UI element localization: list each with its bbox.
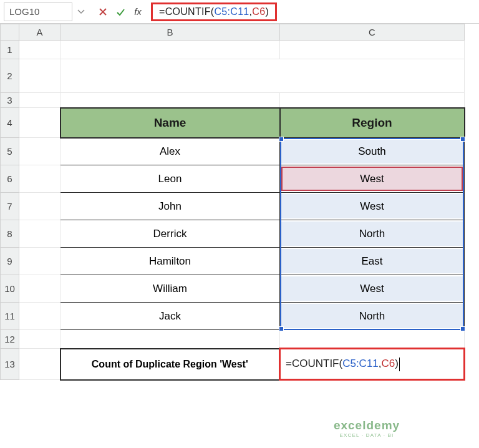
- enter-icon[interactable]: [114, 5, 127, 19]
- row-header-12[interactable]: 12: [1, 330, 19, 349]
- cell-a12[interactable]: [19, 330, 60, 349]
- row-header-5[interactable]: 5: [1, 138, 19, 165]
- select-all-corner[interactable]: [1, 24, 19, 41]
- formula-bar: LOG10 fx =COUNTIF(C5:C11,C6): [0, 0, 479, 24]
- col-header-b[interactable]: B: [60, 24, 280, 41]
- col-header-a[interactable]: A: [19, 24, 60, 41]
- cell-a13[interactable]: [19, 349, 60, 380]
- cell-a8[interactable]: [19, 220, 60, 248]
- cell-b11[interactable]: Jack: [60, 303, 280, 330]
- cell-a5[interactable]: [19, 138, 60, 165]
- cell-b5[interactable]: Alex: [60, 138, 280, 165]
- cell-c11[interactable]: North: [280, 303, 465, 330]
- cell-b13[interactable]: Count of Duplicate Region 'West': [60, 349, 280, 380]
- cell-a6[interactable]: [19, 165, 60, 193]
- cell-a2[interactable]: [19, 59, 60, 93]
- row-header-9[interactable]: 9: [1, 248, 19, 275]
- watermark: exceldemy EXCEL · DATA · BI: [323, 419, 410, 438]
- name-box[interactable]: LOG10: [4, 2, 72, 21]
- cell-c13-active[interactable]: =COUNTIF(C5:C11,C6): [280, 349, 465, 380]
- header-region[interactable]: Region: [280, 108, 465, 138]
- row-header-4[interactable]: 4: [1, 108, 19, 138]
- row-header-13[interactable]: 13: [1, 349, 19, 380]
- cell-c10[interactable]: West: [280, 275, 465, 303]
- cell-b9[interactable]: Hamilton: [60, 248, 280, 275]
- col-header-c[interactable]: C: [280, 24, 465, 41]
- formula-input[interactable]: =COUNTIF(C5:C11,C6): [151, 2, 277, 21]
- title-banner[interactable]: Use of COUNTIF Function: [60, 59, 465, 93]
- row-header-1[interactable]: 1: [1, 41, 19, 59]
- cell-b6[interactable]: Leon: [60, 165, 280, 193]
- cell-c6[interactable]: West: [280, 165, 465, 193]
- cell-a11[interactable]: [19, 303, 60, 330]
- spreadsheet-grid[interactable]: A B C 1 2 Use of COUNTIF Function 3 4 Na…: [0, 24, 479, 381]
- chevron-down-icon: [77, 8, 85, 16]
- cell-c3[interactable]: [280, 93, 465, 108]
- row-header-3[interactable]: 3: [1, 93, 19, 108]
- cell-c5[interactable]: South: [280, 138, 465, 165]
- cell-a10[interactable]: [19, 275, 60, 303]
- cell-b8[interactable]: Derrick: [60, 220, 280, 248]
- row-header-2[interactable]: 2: [1, 59, 19, 93]
- cell-a4[interactable]: [19, 108, 60, 138]
- cell-b10[interactable]: William: [60, 275, 280, 303]
- cell-c9[interactable]: East: [280, 248, 465, 275]
- cell-a7[interactable]: [19, 193, 60, 220]
- cancel-icon[interactable]: [96, 5, 110, 19]
- cell-b1[interactable]: [60, 41, 280, 59]
- fx-icon[interactable]: fx: [131, 5, 145, 19]
- row-header-8[interactable]: 8: [1, 220, 19, 248]
- name-box-value: LOG10: [9, 6, 39, 17]
- cell-a3[interactable]: [19, 93, 60, 108]
- cell-a9[interactable]: [19, 248, 60, 275]
- cell-c12[interactable]: [280, 330, 465, 349]
- row-header-11[interactable]: 11: [1, 303, 19, 330]
- cell-b3[interactable]: [60, 93, 280, 108]
- row-header-6[interactable]: 6: [1, 165, 19, 193]
- row-header-10[interactable]: 10: [1, 275, 19, 303]
- cell-b12[interactable]: [60, 330, 280, 349]
- cell-c8[interactable]: North: [280, 220, 465, 248]
- row-header-7[interactable]: 7: [1, 193, 19, 220]
- cell-c7[interactable]: West: [280, 193, 465, 220]
- header-name[interactable]: Name: [60, 108, 280, 138]
- cell-a1[interactable]: [19, 41, 60, 59]
- name-box-dropdown[interactable]: [72, 2, 90, 21]
- cell-c1[interactable]: [280, 41, 465, 59]
- cell-b7[interactable]: John: [60, 193, 280, 220]
